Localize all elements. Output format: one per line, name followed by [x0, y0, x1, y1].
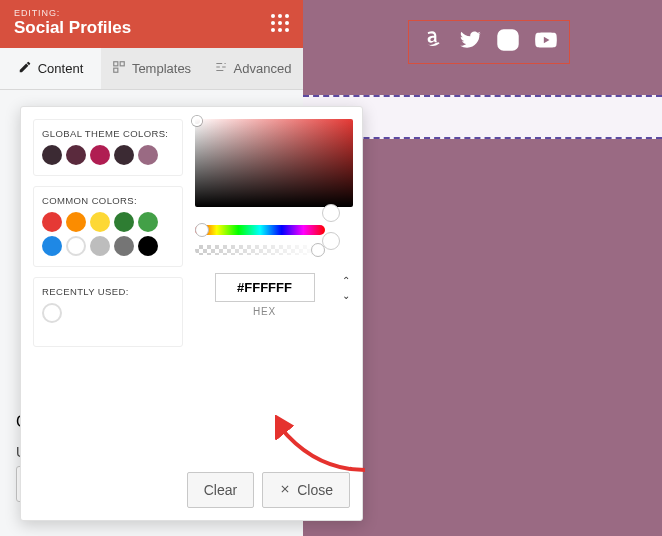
format-stepper[interactable]: ⌃ ⌄	[342, 275, 350, 301]
editor-tabs: Content Templates Advanced	[0, 48, 303, 90]
alpha-slider[interactable]	[195, 245, 325, 255]
common-colors-card: COMMON COLORS:	[33, 186, 183, 267]
color-swatch[interactable]	[42, 212, 62, 232]
color-swatch[interactable]	[42, 145, 62, 165]
color-picker-popover: GLOBAL THEME COLORS: COMMON COLORS: RECE…	[20, 106, 363, 521]
templates-icon	[112, 60, 126, 77]
editing-label: EDITING:	[14, 8, 289, 18]
color-swatch[interactable]	[90, 145, 110, 165]
svg-point-2	[513, 33, 515, 35]
social-icons-preview	[408, 20, 570, 64]
color-swatch[interactable]	[138, 236, 158, 256]
svg-point-1	[504, 36, 513, 45]
svg-rect-3	[114, 62, 118, 66]
color-swatch[interactable]	[114, 145, 134, 165]
color-swatch[interactable]	[66, 236, 86, 256]
color-swatch[interactable]	[66, 212, 86, 232]
sliders-icon	[214, 60, 228, 77]
instagram-icon	[495, 27, 521, 57]
sidebar-header: EDITING: Social Profiles	[0, 0, 303, 48]
youtube-icon	[533, 27, 559, 57]
hex-label: HEX	[195, 306, 334, 317]
chevron-up-icon[interactable]: ⌃	[342, 275, 350, 286]
color-swatch[interactable]	[42, 303, 62, 323]
color-swatch[interactable]	[114, 236, 134, 256]
satval-thumb[interactable]	[192, 116, 202, 126]
clear-button[interactable]: Clear	[187, 472, 254, 508]
svg-rect-5	[114, 68, 118, 72]
twitter-icon	[457, 27, 483, 57]
color-swatch[interactable]	[42, 236, 62, 256]
tab-content[interactable]: Content	[0, 48, 101, 89]
hue-preview-icon	[322, 204, 340, 222]
recent-colors-card: RECENTLY USED:	[33, 277, 183, 347]
saturation-value-area[interactable]	[195, 119, 353, 207]
hue-slider[interactable]	[195, 225, 325, 235]
pencil-icon	[18, 60, 32, 77]
alpha-preview-icon	[322, 232, 340, 250]
color-swatch[interactable]	[138, 212, 158, 232]
close-button[interactable]: Close	[262, 472, 350, 508]
chevron-down-icon[interactable]: ⌄	[342, 290, 350, 301]
tab-templates[interactable]: Templates	[101, 48, 202, 89]
close-icon	[279, 482, 291, 498]
color-swatch[interactable]	[66, 145, 86, 165]
recent-colors-label: RECENTLY USED:	[42, 286, 174, 297]
editing-title: Social Profiles	[14, 18, 289, 38]
amazon-icon	[419, 27, 445, 57]
tab-advanced[interactable]: Advanced	[202, 48, 303, 89]
svg-rect-4	[120, 62, 124, 66]
global-colors-label: GLOBAL THEME COLORS:	[42, 128, 174, 139]
hex-input[interactable]	[215, 273, 315, 302]
common-colors-label: COMMON COLORS:	[42, 195, 174, 206]
drag-grip-icon[interactable]	[271, 14, 289, 32]
color-swatch[interactable]	[90, 212, 110, 232]
color-swatch[interactable]	[114, 212, 134, 232]
color-swatch[interactable]	[138, 145, 158, 165]
global-colors-card: GLOBAL THEME COLORS:	[33, 119, 183, 176]
color-swatch[interactable]	[90, 236, 110, 256]
